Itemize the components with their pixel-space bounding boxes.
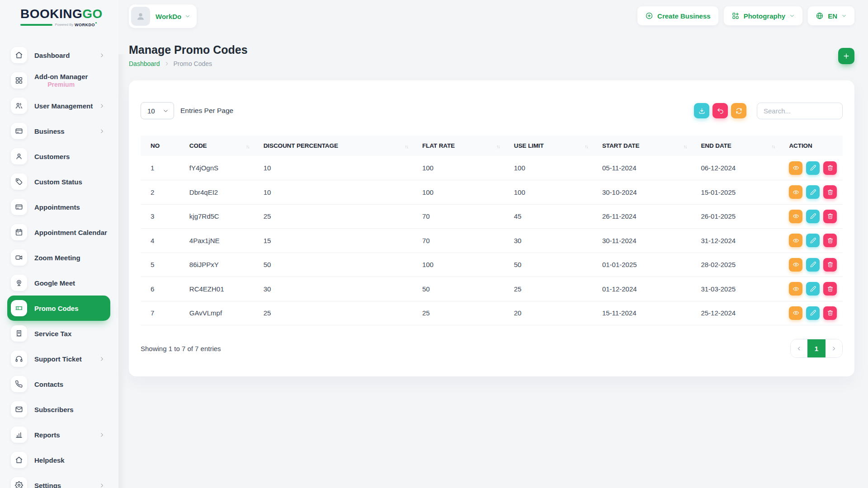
cell-action <box>779 204 843 229</box>
cell-start-date: 30-11-2024 <box>592 229 691 253</box>
eye-icon <box>793 261 799 268</box>
workspace-selector[interactable]: WorkDo <box>129 5 197 28</box>
chevron-down-icon <box>789 13 795 19</box>
sidebar-item-business[interactable]: Business <box>7 118 110 144</box>
icon-tile <box>11 148 27 164</box>
bar-chart-icon <box>15 431 23 439</box>
delete-button[interactable] <box>823 210 837 223</box>
brand-dot <box>95 22 97 23</box>
export-button[interactable] <box>694 103 709 118</box>
video-icon <box>15 253 23 262</box>
business-type-selector[interactable]: Photography <box>724 6 803 25</box>
column-header-end-date[interactable]: END DATE↑↓ <box>691 136 779 156</box>
view-button[interactable] <box>789 210 802 223</box>
sort-arrows-icon[interactable]: ↑↓ <box>496 144 500 149</box>
sidebar-item-appointments[interactable]: Appointments <box>7 194 110 220</box>
previous-page-button[interactable] <box>791 339 807 357</box>
sidebar-item-label: Custom Status <box>34 178 82 186</box>
sort-arrows-icon[interactable]: ↑↓ <box>683 144 686 149</box>
sidebar-item-settings[interactable]: Settings <box>7 473 110 488</box>
eye-icon <box>793 213 799 220</box>
sort-arrows-icon[interactable]: ↑↓ <box>405 144 408 149</box>
delete-button[interactable] <box>823 306 837 320</box>
avatar <box>131 7 150 26</box>
edit-button[interactable] <box>806 210 820 223</box>
delete-button[interactable] <box>823 258 837 272</box>
search-input[interactable] <box>757 103 843 119</box>
column-header-flat-rate[interactable]: FLAT RATE↑↓ <box>412 136 504 156</box>
edit-button[interactable] <box>806 258 820 272</box>
sidebar-item-promo-codes[interactable]: Promo Codes <box>7 296 110 321</box>
sidebar-item-reports[interactable]: Reports <box>7 422 110 447</box>
eye-icon <box>793 189 799 196</box>
promo-codes-card: 10 Entries Per Page NOCODE↑↓DISCOUNT PER… <box>129 80 854 376</box>
delete-button[interactable] <box>823 161 837 175</box>
sidebar-item-appointment-calendar[interactable]: Appointment Calendar <box>7 220 110 245</box>
sidebar-item-user-management[interactable]: User Management <box>7 93 110 118</box>
delete-button[interactable] <box>823 234 837 247</box>
home-icon <box>15 456 23 464</box>
edit-button[interactable] <box>806 282 820 296</box>
entries-per-page-select[interactable]: 10 <box>141 102 174 119</box>
edit-button[interactable] <box>806 306 820 320</box>
sort-arrows-icon[interactable]: ↑↓ <box>771 144 774 149</box>
sidebar-item-service-tax[interactable]: Service Tax <box>7 321 110 346</box>
undo-icon <box>717 107 724 115</box>
page-1-button[interactable]: 1 <box>807 339 826 357</box>
sort-arrows-icon[interactable]: ↑↓ <box>246 144 249 149</box>
cell-start-date: 05-11-2024 <box>592 156 691 180</box>
undo-button[interactable] <box>712 103 728 118</box>
chevron-right-icon <box>99 483 105 488</box>
chevron-right-icon <box>164 61 170 66</box>
sidebar-item-customers[interactable]: Customers <box>7 144 110 169</box>
sidebar-item-contacts[interactable]: Contacts <box>7 371 110 397</box>
delete-button[interactable] <box>823 185 837 199</box>
edit-button[interactable] <box>806 185 820 199</box>
cell-use-limit: 30 <box>504 229 592 253</box>
cell-action <box>779 277 843 301</box>
business-type-label: Photography <box>744 12 786 20</box>
language-selector[interactable]: EN <box>808 6 854 25</box>
cell-no: 4 <box>141 229 179 253</box>
sort-arrows-icon[interactable]: ↑↓ <box>585 144 588 149</box>
topbar-actions: Create Business Photography EN <box>637 6 854 25</box>
sidebar-item-google-meet[interactable]: Google Meet <box>7 270 110 296</box>
column-header-start-date[interactable]: START DATE↑↓ <box>592 136 691 156</box>
view-button[interactable] <box>789 185 802 199</box>
sidebar-item-label: Subscribers <box>34 406 74 413</box>
edit-button[interactable] <box>806 234 820 247</box>
next-page-button[interactable] <box>826 339 842 357</box>
sidebar-item-label: Add-on Manager <box>34 73 88 80</box>
create-business-button[interactable]: Create Business <box>637 6 718 25</box>
sidebar-item-label: Reports <box>34 431 60 439</box>
sidebar-item-add-on-manager[interactable]: Add-on Manager Premium <box>7 68 110 93</box>
edit-button[interactable] <box>806 161 820 175</box>
view-button[interactable] <box>789 258 802 272</box>
cell-code: Dbr4qEI2 <box>179 180 254 205</box>
calendar-icon <box>15 228 23 236</box>
logo-accent: GO <box>82 7 103 21</box>
sidebar-item-subscribers[interactable]: Subscribers <box>7 397 110 422</box>
sidebar-item-helpdesk[interactable]: Helpdesk <box>7 447 110 473</box>
view-button[interactable] <box>789 306 802 320</box>
sidebar-item-label: Support Ticket <box>34 355 82 363</box>
view-button[interactable] <box>789 282 802 296</box>
column-header-discount-percentage[interactable]: DISCOUNT PERCENTAGE↑↓ <box>254 136 412 156</box>
sidebar-item-zoom-meeting[interactable]: Zoom Meeting <box>7 245 110 270</box>
users-icon <box>15 102 23 110</box>
grid-plus-icon <box>731 12 740 20</box>
breadcrumb-dashboard-link[interactable]: Dashboard <box>129 60 160 67</box>
column-header-code[interactable]: CODE↑↓ <box>179 136 254 156</box>
sidebar-item-support-ticket[interactable]: Support Ticket <box>7 346 110 371</box>
add-promo-code-button[interactable] <box>838 48 854 64</box>
delete-button[interactable] <box>823 282 837 296</box>
column-header-use-limit[interactable]: USE LIMIT↑↓ <box>504 136 592 156</box>
sidebar-item-dashboard[interactable]: Dashboard <box>7 42 110 68</box>
view-button[interactable] <box>789 161 802 175</box>
sidebar-item-custom-status[interactable]: Custom Status <box>7 169 110 194</box>
chevron-down-icon <box>185 14 190 19</box>
user-icon <box>15 152 23 160</box>
refresh-button[interactable] <box>731 103 746 118</box>
view-button[interactable] <box>789 234 802 247</box>
eye-icon <box>793 310 799 316</box>
